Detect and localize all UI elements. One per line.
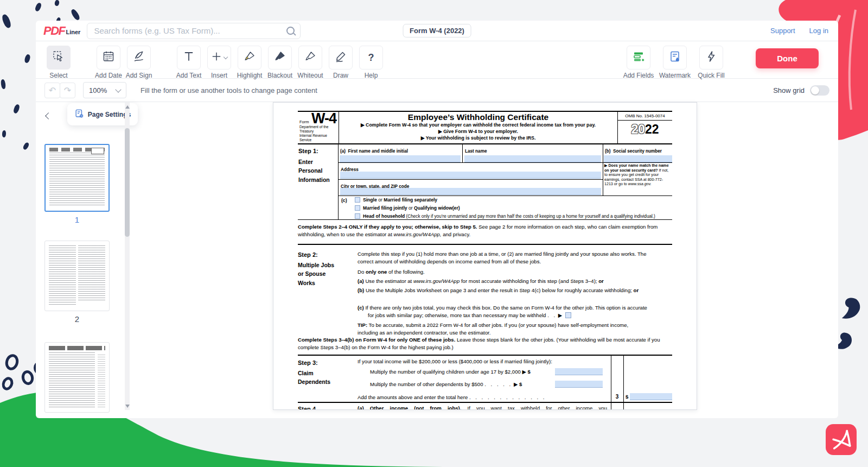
tool-label: Select	[49, 72, 67, 79]
whiteout-brush-icon	[304, 50, 317, 65]
total-dependents-amount-field[interactable]	[630, 393, 672, 400]
watermark-button[interactable]: Watermark	[657, 46, 693, 79]
search-form[interactable]	[87, 23, 301, 39]
tool-label: Blackout	[267, 72, 292, 79]
done-button[interactable]: Done	[756, 48, 819, 68]
scroll-up-arrow[interactable]	[125, 105, 130, 109]
add-fields-button[interactable]: Add Fields	[622, 46, 655, 79]
draw-button[interactable]: Draw	[327, 46, 355, 79]
watermark-icon	[668, 50, 681, 65]
select-tool-button[interactable]: Select	[44, 46, 73, 79]
address-field[interactable]	[340, 172, 601, 179]
help-button[interactable]: ? Help	[357, 46, 385, 79]
add-sign-button[interactable]: Add Sign	[125, 46, 153, 79]
pdfliner-logo[interactable]: PDF Liner	[43, 25, 80, 37]
filing-status-head-of-household: Head of household (Check only if you’re …	[355, 213, 672, 219]
text-icon	[182, 50, 195, 65]
app-window: PDF Liner Form W-4 (2022) Support Log in…	[36, 21, 838, 418]
first-name-field[interactable]	[340, 155, 461, 162]
tool-label: Whiteout	[297, 72, 323, 79]
last-name-label: Last name	[465, 149, 487, 154]
select-cursor-icon	[52, 50, 65, 65]
tool-label: Quick Fill	[698, 72, 724, 79]
collapse-sidebar-button[interactable]	[41, 109, 54, 123]
head-of-household-checkbox[interactable]	[355, 213, 360, 219]
toolbar-hint: Fill the form or use another tools to ch…	[141, 86, 317, 94]
add-date-button[interactable]: Add Date	[94, 46, 123, 79]
steps-2-4-note: Complete Steps 2–4 ONLY if they apply to…	[298, 223, 672, 238]
undo-button[interactable]: ↶	[44, 83, 60, 98]
form-title: Employee’s Withholding Certificate	[342, 112, 614, 122]
pdfliner-pin-logo	[826, 424, 857, 455]
navy-comma-mark	[837, 295, 864, 324]
search-input[interactable]	[93, 26, 283, 36]
show-grid-label: Show grid	[773, 86, 805, 94]
chevron-down-icon	[224, 54, 228, 59]
pages-sidebar: Page Settings 1 2	[36, 102, 144, 410]
ssa-note: ▶ Does your name match the name on your …	[603, 163, 672, 196]
tool-label: Draw	[333, 72, 348, 79]
step1-label: Step 1:	[298, 147, 337, 156]
other-dependents-amount-field[interactable]	[555, 381, 603, 388]
ssn-label: Social security number	[613, 149, 662, 154]
step1-section: Step 1: Enter Personal Information (a) F…	[298, 144, 672, 220]
tool-label: Add Date	[95, 72, 122, 79]
tool-label: Highlight	[237, 72, 263, 79]
chevron-down-icon	[115, 86, 121, 92]
calendar-icon	[102, 50, 115, 65]
page-thumbnail-3[interactable]	[44, 342, 110, 413]
add-text-button[interactable]: Add Text	[175, 46, 203, 79]
c-tag: (c)	[341, 198, 347, 203]
filing-status-married-jointly: Married filing jointly or Qualifying wid…	[355, 205, 460, 211]
qualifying-children-amount-field[interactable]	[555, 368, 603, 375]
married-jointly-checkbox[interactable]	[355, 205, 360, 211]
document-title: Form W-4 (2022)	[403, 24, 471, 37]
insert-button[interactable]: Insert	[205, 46, 233, 79]
support-link[interactable]: Support	[770, 27, 795, 35]
line-3-number: 3	[611, 394, 623, 400]
form-bullet-2: ▶ Give Form W-4 to your employer.	[342, 129, 614, 135]
tool-label: Watermark	[659, 72, 691, 79]
city-field[interactable]	[340, 188, 601, 195]
toggle-knob	[811, 86, 819, 94]
zoom-value: 100%	[89, 86, 107, 94]
show-grid-toggle[interactable]	[810, 85, 829, 96]
two-jobs-checkbox[interactable]	[565, 312, 571, 318]
form-number: W-4	[311, 110, 336, 127]
chevron-left-icon	[45, 112, 52, 119]
blackout-button[interactable]: Blackout	[266, 46, 294, 79]
page-number-1[interactable]: 1	[44, 215, 110, 224]
logo-liner-text: Liner	[66, 28, 81, 36]
dept-line2: Internal Revenue Service	[299, 134, 339, 142]
signature-pen-icon	[132, 50, 145, 65]
dept-line1: Department of the Treasury	[299, 125, 339, 134]
logo-pdf-text: PDF	[43, 25, 65, 37]
tool-label: Add Text	[176, 72, 201, 79]
content-area: Page Settings 1 2	[36, 102, 838, 410]
page-thumbnail-2[interactable]	[44, 241, 110, 311]
filing-status-single: Single or Married filing separately	[355, 197, 437, 203]
secondary-toolbar: ↶ ↷ 100% Fill the form or use another to…	[36, 79, 838, 102]
search-icon[interactable]	[286, 27, 295, 35]
login-link[interactable]: Log in	[809, 27, 828, 35]
sidebar-scrollbar-thumb[interactable]	[125, 128, 130, 237]
last-name-field[interactable]	[464, 155, 601, 162]
main-toolbar: Select Add Date Add Sign Add Text	[36, 41, 838, 79]
redo-button[interactable]: ↷	[60, 83, 75, 98]
zoom-select[interactable]: 100%	[83, 82, 126, 98]
highlight-button[interactable]: Highlight	[235, 46, 264, 79]
tool-label: Help	[365, 72, 378, 79]
question-icon: ?	[368, 52, 374, 64]
ssn-field[interactable]	[604, 155, 672, 162]
w4-header-table: Form W-4 Department of the Treasury Inte…	[298, 111, 672, 144]
whiteout-button[interactable]: Whiteout	[296, 46, 324, 79]
page-settings-icon	[74, 109, 85, 121]
quick-fill-button[interactable]: Quick Fill	[695, 46, 727, 79]
scroll-down-arrow[interactable]	[125, 405, 130, 408]
page-thumbnail-1[interactable]	[44, 144, 110, 212]
single-checkbox[interactable]	[355, 197, 360, 203]
first-name-label: First name and middle initial	[348, 149, 408, 154]
highlight-brush-icon	[243, 50, 256, 65]
page-number-2[interactable]: 2	[44, 314, 110, 324]
document-page[interactable]: Form W-4 Department of the Treasury Inte…	[273, 102, 697, 410]
